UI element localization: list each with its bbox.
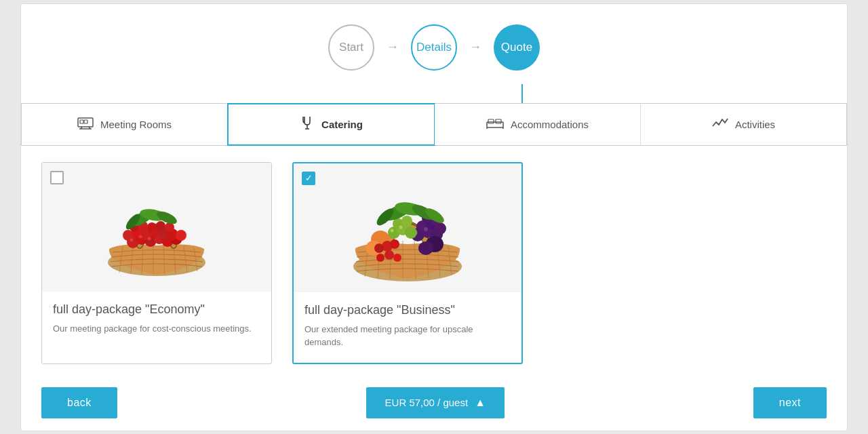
svg-point-72 bbox=[391, 229, 394, 233]
bottom-bar: back EUR 57,00 / guest ▲ next bbox=[21, 375, 847, 431]
card-economy-checkbox[interactable] bbox=[50, 171, 64, 184]
svg-point-39 bbox=[156, 221, 165, 231]
main-container: Start → Details → Quote bbox=[20, 3, 848, 431]
svg-point-71 bbox=[401, 216, 412, 226]
svg-point-88 bbox=[376, 254, 384, 262]
meeting-rooms-icon bbox=[77, 116, 94, 133]
arrow-1: → bbox=[387, 40, 399, 54]
card-business-title: full day-package "Business" bbox=[294, 292, 521, 323]
svg-point-43 bbox=[148, 237, 151, 241]
step-details[interactable]: Details bbox=[411, 24, 457, 71]
next-button[interactable]: next bbox=[753, 387, 827, 418]
tab-catering[interactable]: Catering bbox=[227, 103, 435, 146]
card-business-desc: Our extended meeting package for upscale… bbox=[294, 323, 521, 363]
card-business-image bbox=[294, 163, 521, 292]
card-business-checkbox[interactable]: ✓ bbox=[302, 172, 315, 185]
stepper: Start → Details → Quote bbox=[21, 4, 847, 84]
svg-point-42 bbox=[139, 235, 142, 239]
svg-point-41 bbox=[130, 239, 134, 242]
tab-accommodations-label: Accommodations bbox=[511, 119, 589, 130]
price-up-icon: ▲ bbox=[475, 397, 486, 409]
card-economy[interactable]: full day-package "Economy" Our meeting p… bbox=[41, 162, 272, 364]
card-business[interactable]: ✓ bbox=[292, 162, 523, 364]
tab-bar: Meeting Rooms Catering bbox=[21, 103, 847, 146]
card-economy-title: full day-package "Economy" bbox=[42, 292, 271, 322]
svg-rect-10 bbox=[488, 119, 494, 123]
svg-rect-2 bbox=[84, 120, 87, 123]
svg-point-86 bbox=[384, 250, 394, 260]
cards-area: full day-package "Economy" Our meeting p… bbox=[21, 146, 847, 364]
svg-point-78 bbox=[374, 243, 384, 253]
svg-point-38 bbox=[147, 222, 157, 232]
card-economy-desc: Our meeting package for cost-conscious m… bbox=[42, 322, 271, 349]
svg-point-73 bbox=[399, 226, 403, 229]
tab-activities-label: Activities bbox=[735, 119, 775, 130]
step-quote[interactable]: Quote bbox=[494, 24, 540, 71]
svg-point-35 bbox=[176, 230, 186, 241]
svg-rect-1 bbox=[80, 120, 83, 123]
tab-meeting-rooms-label: Meeting Rooms bbox=[100, 119, 172, 130]
arrow-2: → bbox=[469, 40, 481, 54]
svg-point-87 bbox=[393, 254, 401, 262]
tab-meeting-rooms[interactable]: Meeting Rooms bbox=[22, 104, 228, 145]
card-economy-image bbox=[42, 163, 271, 292]
step-start[interactable]: Start bbox=[328, 24, 374, 71]
price-label: EUR 57,00 / guest bbox=[385, 397, 469, 408]
tab-catering-label: Catering bbox=[321, 119, 363, 130]
svg-rect-11 bbox=[496, 119, 501, 123]
accommodations-icon bbox=[486, 117, 504, 132]
svg-point-80 bbox=[418, 241, 433, 255]
tab-activities[interactable]: Activities bbox=[641, 104, 846, 145]
tab-accommodations[interactable]: Accommodations bbox=[435, 104, 641, 145]
catering-icon bbox=[300, 115, 315, 134]
svg-point-77 bbox=[390, 239, 399, 249]
svg-point-69 bbox=[405, 226, 417, 239]
svg-point-66 bbox=[424, 227, 428, 231]
price-button[interactable]: EUR 57,00 / guest ▲ bbox=[366, 387, 505, 418]
back-button[interactable]: back bbox=[41, 387, 117, 418]
activities-icon bbox=[712, 117, 728, 132]
connector-line bbox=[521, 84, 523, 103]
